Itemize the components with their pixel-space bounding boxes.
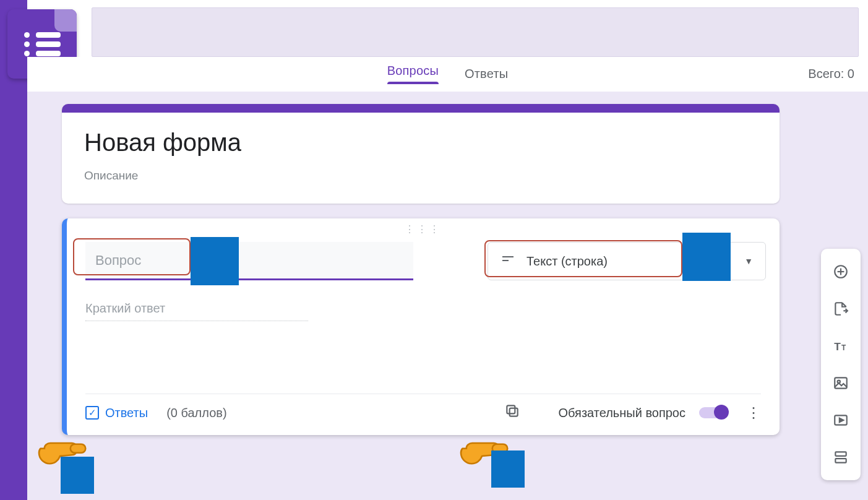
annotation-marker <box>491 450 525 488</box>
svg-rect-15 <box>71 444 86 453</box>
required-label: Обязательный вопрос <box>559 406 686 420</box>
tabs-row: Вопросы Ответы Всего: 0 <box>27 57 868 92</box>
header-banner <box>92 7 859 57</box>
total-points-label: Всего: 0 <box>808 67 854 81</box>
annotation-marker <box>191 237 239 285</box>
answer-key-label: Ответы <box>105 406 148 420</box>
svg-marker-12 <box>840 418 844 423</box>
chevron-down-icon: ▼ <box>744 256 753 266</box>
editor-surface: Вопросы Ответы Всего: 0 Новая форма Опис… <box>27 57 868 500</box>
tab-answers[interactable]: Ответы <box>462 61 510 87</box>
checkbox-icon: ✓ <box>85 406 99 420</box>
tab-questions[interactable]: Вопросы <box>385 58 441 90</box>
import-questions-button[interactable] <box>831 300 850 318</box>
question-footer: ✓ Ответы (0 баллов) Обязательный вопрос … <box>85 394 761 423</box>
svg-rect-9 <box>835 377 847 388</box>
form-header-card: Новая форма Описание <box>62 104 780 204</box>
more-options-icon[interactable]: ⋮ <box>746 404 761 421</box>
form-title[interactable]: Новая форма <box>84 129 757 157</box>
svg-rect-13 <box>835 452 846 456</box>
question-card: ⋮⋮⋮ Текст (строка) ▼ <box>62 218 780 435</box>
svg-rect-3 <box>507 405 515 413</box>
annotation-marker <box>682 233 731 281</box>
points-label: (0 баллов) <box>166 406 226 420</box>
question-text-input[interactable] <box>95 252 403 269</box>
svg-rect-14 <box>835 459 846 463</box>
svg-rect-2 <box>509 408 517 416</box>
duplicate-icon[interactable] <box>504 403 520 423</box>
answer-key-button[interactable]: ✓ Ответы <box>85 406 148 420</box>
form-description[interactable]: Описание <box>84 169 757 183</box>
short-text-icon <box>501 252 515 270</box>
svg-text:T: T <box>841 343 846 352</box>
svg-text:T: T <box>834 340 841 353</box>
drag-handle-icon[interactable]: ⋮⋮⋮ <box>405 223 442 235</box>
add-section-button[interactable] <box>831 448 850 467</box>
add-video-button[interactable] <box>831 411 850 429</box>
annotation-marker <box>61 457 94 494</box>
add-title-button[interactable]: T T <box>831 337 850 355</box>
question-type-label: Текст (строка) <box>526 254 608 269</box>
add-image-button[interactable] <box>831 374 850 392</box>
required-toggle[interactable] <box>699 407 728 418</box>
add-question-button[interactable] <box>831 262 850 281</box>
side-toolbar: T T <box>821 249 861 480</box>
question-type-select[interactable]: Текст (строка) ▼ <box>488 242 766 280</box>
short-answer-preview: Краткий ответ <box>85 301 308 321</box>
question-input-wrap <box>85 242 413 280</box>
